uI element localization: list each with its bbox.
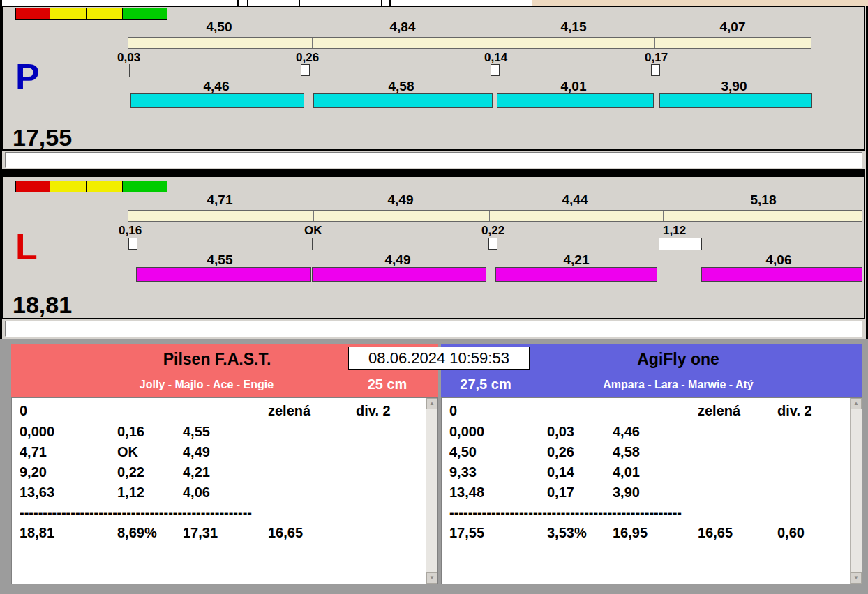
table-cell: 4,58 xyxy=(613,444,640,460)
table-cell: 16,65 xyxy=(698,525,733,541)
dog-time-label: 4,21 xyxy=(541,252,611,268)
table-cell: 0,22 xyxy=(117,464,144,480)
lane-l-status-field xyxy=(5,321,862,337)
changeover-marker xyxy=(659,238,702,250)
team-right-dogs: Ampara - Lara - Marwie - Atý xyxy=(497,379,860,391)
table-cell: 0,16 xyxy=(117,424,144,440)
table-separator: ----------------------------------------… xyxy=(20,505,252,521)
scroll-up-icon[interactable]: ▲ xyxy=(851,398,862,409)
dog-time-label: 4,55 xyxy=(185,252,255,268)
table-cell: OK xyxy=(117,444,138,460)
scroll-down-icon[interactable]: ▼ xyxy=(426,572,437,584)
table-cell: 16,95 xyxy=(613,525,648,541)
dog-time-bar xyxy=(659,93,812,108)
table-separator: ----------------------------------------… xyxy=(449,505,682,521)
table-cell: 17,31 xyxy=(183,525,218,541)
table-cell: 3,90 xyxy=(613,485,640,501)
window-strip-peach xyxy=(532,0,868,6)
table-cell: 0 xyxy=(20,403,27,419)
table-cell: 0,60 xyxy=(777,525,805,541)
table-cell: 4,21 xyxy=(183,464,210,480)
split-time-label: 4,50 xyxy=(184,20,254,35)
dog-time-bar xyxy=(312,267,486,282)
traffic-light-yellow-2 xyxy=(87,8,123,20)
traffic-light-red xyxy=(15,8,50,20)
table-cell: 4,50 xyxy=(449,444,477,460)
lane-p-status-field xyxy=(5,152,862,168)
changeover-marker xyxy=(651,64,660,76)
changeover-time-label: 0,17 xyxy=(645,51,668,65)
table-cell: 4,55 xyxy=(183,424,210,440)
lane-p-split-bar xyxy=(128,37,811,49)
split-time-label: 4,71 xyxy=(185,192,255,208)
lane-p-label: P xyxy=(15,59,40,95)
changeover-time-label: 0,03 xyxy=(117,51,140,65)
changeover-time-label: 0,26 xyxy=(296,51,319,65)
changeover-time-label: 0,16 xyxy=(119,224,142,238)
lane-divider xyxy=(1,169,865,176)
dog-time-bar xyxy=(313,93,493,108)
table-cell: zelená xyxy=(268,403,310,419)
changeover-marker xyxy=(128,238,137,250)
dog-time-label: 4,06 xyxy=(744,252,814,268)
table-cell: 8,69% xyxy=(117,525,157,541)
dog-time-label: 4,46 xyxy=(181,79,251,94)
traffic-light-yellow-1 xyxy=(50,8,87,20)
table-cell: div. 2 xyxy=(777,403,812,419)
dog-time-bar xyxy=(136,267,311,282)
traffic-light-green xyxy=(123,8,167,20)
window-edge-tick xyxy=(381,0,382,6)
table-cell: 1,12 xyxy=(117,485,144,501)
window-edge-tick xyxy=(299,0,300,6)
changeover-marker xyxy=(488,238,497,250)
changeover-marker xyxy=(491,64,500,76)
changeover-marker xyxy=(312,238,313,250)
team-right-results-table[interactable] xyxy=(441,397,862,584)
dog-time-bar xyxy=(130,93,304,108)
table-cell: 0,000 xyxy=(449,424,484,440)
table-cell: zelená xyxy=(698,403,740,419)
changeover-time-label: 1,12 xyxy=(663,224,686,238)
table-cell: 4,01 xyxy=(613,464,640,480)
traffic-light-red xyxy=(15,181,50,192)
lane-l-traffic-lights xyxy=(15,181,167,192)
dog-time-bar xyxy=(495,267,657,282)
table-cell: 17,55 xyxy=(449,525,484,541)
changeover-marker xyxy=(129,64,130,77)
table-cell: 18,81 xyxy=(20,525,54,541)
dog-time-label: 4,49 xyxy=(363,252,433,268)
traffic-light-yellow-1 xyxy=(50,181,87,192)
changeover-time-label: 0,14 xyxy=(484,51,507,65)
lane-l-label: L xyxy=(15,229,38,265)
scroll-up-icon[interactable]: ▲ xyxy=(426,398,437,409)
timestamp: 08.06.2024 10:59:53 xyxy=(348,346,530,370)
table-cell: 0 xyxy=(449,403,457,419)
split-time-label: 4,49 xyxy=(366,192,435,208)
lane-p-total: 17,55 xyxy=(13,125,72,149)
team-left-dogs: Jolly - Majlo - Ace - Engie xyxy=(11,379,402,391)
table-cell: 9,33 xyxy=(449,464,477,480)
split-time-label: 4,84 xyxy=(368,20,437,35)
window-edge-tick xyxy=(389,0,391,6)
window-edge-tick xyxy=(237,0,239,6)
scroll-down-icon[interactable]: ▼ xyxy=(851,572,862,584)
split-time-label: 5,18 xyxy=(728,192,798,208)
split-time-label: 4,15 xyxy=(539,20,608,35)
dog-time-label: 4,58 xyxy=(366,79,436,94)
scrollbar[interactable]: ▲ ▼ xyxy=(426,398,437,584)
team-right-name: AgiFly one xyxy=(497,350,860,369)
scrollbar[interactable]: ▲ ▼ xyxy=(850,398,862,584)
lane-l-split-bar xyxy=(128,210,862,222)
changeover-marker xyxy=(301,64,310,76)
table-cell: 0,26 xyxy=(547,444,574,460)
team-left-results-table[interactable] xyxy=(11,397,438,584)
table-cell: 4,46 xyxy=(613,424,640,440)
traffic-light-green xyxy=(123,181,167,192)
table-cell: 13,48 xyxy=(449,485,484,501)
table-cell: 0,000 xyxy=(20,424,54,440)
table-cell: div. 2 xyxy=(356,403,391,419)
table-cell: 13,63 xyxy=(20,485,54,501)
table-cell: 0,03 xyxy=(547,424,574,440)
changeover-time-label: OK xyxy=(304,224,322,238)
traffic-light-yellow-2 xyxy=(87,181,123,192)
